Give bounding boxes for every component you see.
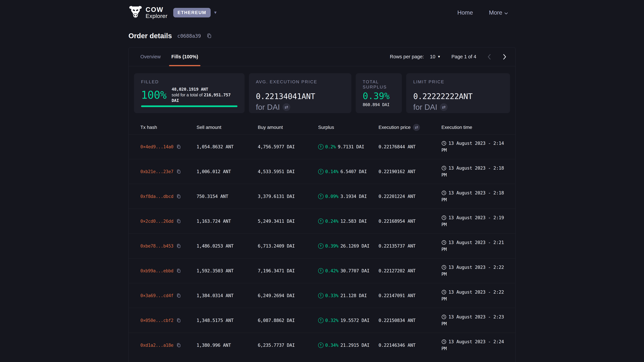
- fill-progress-bar: [141, 105, 238, 107]
- surplus-up-icon: ↑: [318, 219, 324, 224]
- surplus-percent: 0.34%: [325, 343, 338, 348]
- column-sell-amount: Sell amount: [196, 125, 258, 130]
- copy-tx-hash-button[interactable]: [176, 194, 181, 199]
- surplus-cell: ↑ 0.24% 12.583 DAI: [318, 219, 378, 224]
- total-surplus-card: TOTAL SURPLUS 0.39% 860.894 DAI: [356, 73, 402, 113]
- surplus-percent: 0.14%: [325, 169, 338, 174]
- surplus-cell: ↑ 0.32% 19.5572 DAI: [318, 318, 378, 323]
- clock-icon: [442, 215, 446, 220]
- total-surplus-label: TOTAL SURPLUS: [363, 79, 395, 90]
- execution-price-cell: 0.22168954 ANT: [378, 219, 442, 224]
- buy-amount-cell: 3,379.6131 DAI: [258, 194, 318, 199]
- tx-hash-link[interactable]: 0xd1a2...a18e: [140, 343, 174, 348]
- rows-per-page-select[interactable]: 10 ▼: [430, 54, 441, 59]
- sell-amount-cell: 1,054.8632 ANT: [196, 144, 258, 149]
- nav-more-menu[interactable]: More: [489, 9, 508, 16]
- clock-icon: [442, 290, 446, 295]
- sell-amount-cell: 1,163.724 ANT: [196, 219, 258, 224]
- tx-hash-link[interactable]: 0×3a69...cd4f: [140, 293, 174, 298]
- surplus-up-icon: ↑: [318, 243, 324, 249]
- execution-time-text: 13 August 2023 - 2:21 PM: [442, 240, 504, 252]
- table-row: 0×4ed9...14a0 1,054.8632 ANT 4,756.5977 …: [129, 134, 515, 159]
- network-selector-badge[interactable]: ETHEREUM: [173, 8, 211, 17]
- chevron-down-icon: [504, 9, 508, 16]
- execution-time-cell: 13 August 2023 - 2:22 PM: [442, 289, 510, 302]
- invert-execution-price-icon[interactable]: ⇄: [413, 124, 420, 131]
- buy-amount-cell: 6,235.7737 DAI: [258, 343, 318, 348]
- tx-hash-link[interactable]: 0xb21e...23e7: [140, 169, 174, 174]
- tx-hash-link[interactable]: 0×050e...cbf2: [140, 318, 174, 323]
- limit-price-card: LIMIT PRICE 0.22222222ANT for DAI ⇄: [406, 73, 510, 113]
- copy-tx-hash-button[interactable]: [176, 169, 181, 174]
- surplus-cell: ↑ 0.34% 21.2915 DAI: [318, 343, 378, 348]
- clock-icon: [442, 240, 446, 245]
- copy-tx-hash-button[interactable]: [176, 293, 181, 298]
- avg-execution-price-card: AVG. EXECUTION PRICE 0.22134041ANT for D…: [249, 73, 351, 113]
- tx-hash-link[interactable]: 0×2cd0...26dd: [140, 219, 174, 224]
- table-row: 0xbe78...b453 1,486.0253 ANT 6,713.2409 …: [129, 233, 515, 258]
- sell-amount-cell: 1,006.012 ANT: [196, 169, 258, 174]
- summary-cards: FILLED 100% 48,020.1919 ANT sold for a t…: [134, 73, 510, 113]
- execution-time-cell: 13 August 2023 - 2:18 PM: [442, 190, 510, 203]
- sell-amount-cell: 1,348.5175 ANT: [196, 318, 258, 323]
- buy-amount-cell: 7,196.3471 DAI: [258, 268, 318, 273]
- logo-subtitle: Explorer: [146, 13, 168, 19]
- sell-amount-cell: 1,486.0253 ANT: [196, 243, 258, 249]
- cow-explorer-logo[interactable]: COW Explorer: [128, 6, 168, 19]
- execution-time-text: 13 August 2023 - 2:14 PM: [442, 141, 504, 153]
- copy-tx-hash-button[interactable]: [176, 219, 181, 224]
- tx-hash-link[interactable]: 0xbe78...b453: [140, 244, 174, 249]
- execution-price-cell: 0.22135737 ANT: [378, 243, 442, 249]
- copy-tx-hash-button[interactable]: [176, 244, 181, 249]
- surplus-amount: 9.7131 DAI: [338, 144, 364, 149]
- column-surplus: Surplus: [318, 125, 378, 130]
- surplus-amount: 6.5407 DAI: [340, 169, 367, 174]
- surplus-percent: 0.42%: [325, 268, 338, 273]
- surplus-amount: 19.5572 DAI: [340, 318, 370, 323]
- avg-execution-price-label: AVG. EXECUTION PRICE: [256, 79, 344, 84]
- next-page-button[interactable]: [502, 53, 508, 61]
- filled-label: FILLED: [141, 79, 238, 84]
- execution-time-cell: 13 August 2023 - 2:14 PM: [442, 140, 510, 153]
- network-dropdown-icon[interactable]: ▼: [213, 10, 217, 15]
- clock-icon: [442, 166, 446, 171]
- tab-fills[interactable]: Fills (100%): [172, 47, 198, 66]
- surplus-amount: 26.1269 DAI: [340, 243, 370, 249]
- sell-amount-cell: 1,384.0314 ANT: [196, 293, 258, 298]
- tx-hash-link[interactable]: 0xf8da...dbcd: [140, 194, 174, 199]
- buy-amount-cell: 6,087.8862 DAI: [258, 318, 318, 323]
- previous-page-button[interactable]: [486, 53, 492, 61]
- execution-time-cell: 13 August 2023 - 2:19 PM: [442, 214, 510, 228]
- tx-hash-link[interactable]: 0×4ed9...14a0: [140, 144, 174, 149]
- invert-price-icon[interactable]: ⇄: [440, 103, 448, 111]
- copy-tx-hash-button[interactable]: [176, 343, 181, 348]
- limit-price-unit: for DAI: [413, 103, 437, 112]
- limit-price-label: LIMIT PRICE: [413, 79, 503, 84]
- execution-time-text: 13 August 2023 - 2:23 PM: [442, 314, 504, 326]
- execution-time-cell: 13 August 2023 - 2:21 PM: [442, 239, 510, 253]
- fills-table-header: Tx hash Sell amount Buy amount Surplus E…: [129, 120, 515, 134]
- surplus-cell: ↑ 0.39% 26.1269 DAI: [318, 243, 378, 249]
- surplus-amount: 3.1934 DAI: [340, 194, 367, 199]
- limit-price-value: 0.22222222ANT: [413, 92, 503, 101]
- nav-home-link[interactable]: Home: [457, 9, 473, 16]
- buy-amount-cell: 6,249.2694 DAI: [258, 293, 318, 298]
- filled-card: FILLED 100% 48,020.1919 ANT sold for a t…: [134, 73, 244, 113]
- table-row: 0xb21e...23e7 1,006.012 ANT 4,533.5951 D…: [129, 159, 515, 184]
- copy-tx-hash-button[interactable]: [176, 268, 181, 273]
- copy-tx-hash-button[interactable]: [176, 318, 181, 323]
- surplus-up-icon: ↑: [318, 318, 324, 323]
- invert-price-icon[interactable]: ⇄: [282, 103, 290, 111]
- surplus-up-icon: ↑: [318, 169, 324, 174]
- surplus-up-icon: ↑: [318, 293, 324, 298]
- avg-execution-price-value: 0.22134041ANT: [256, 92, 344, 101]
- tx-hash-link[interactable]: 0xb99a...ebbd: [140, 268, 174, 273]
- sell-amount-cell: 1,380.996 ANT: [196, 343, 258, 348]
- copy-order-id-button[interactable]: [206, 33, 212, 39]
- column-tx-hash: Tx hash: [140, 125, 196, 130]
- surplus-cell: ↑ 0.14% 6.5407 DAI: [318, 169, 378, 174]
- tab-overview[interactable]: Overview: [140, 47, 161, 66]
- buy-amount-cell: 4,533.5951 DAI: [258, 169, 318, 174]
- copy-tx-hash-button[interactable]: [176, 144, 181, 149]
- execution-price-cell: 0.22127202 ANT: [378, 268, 442, 273]
